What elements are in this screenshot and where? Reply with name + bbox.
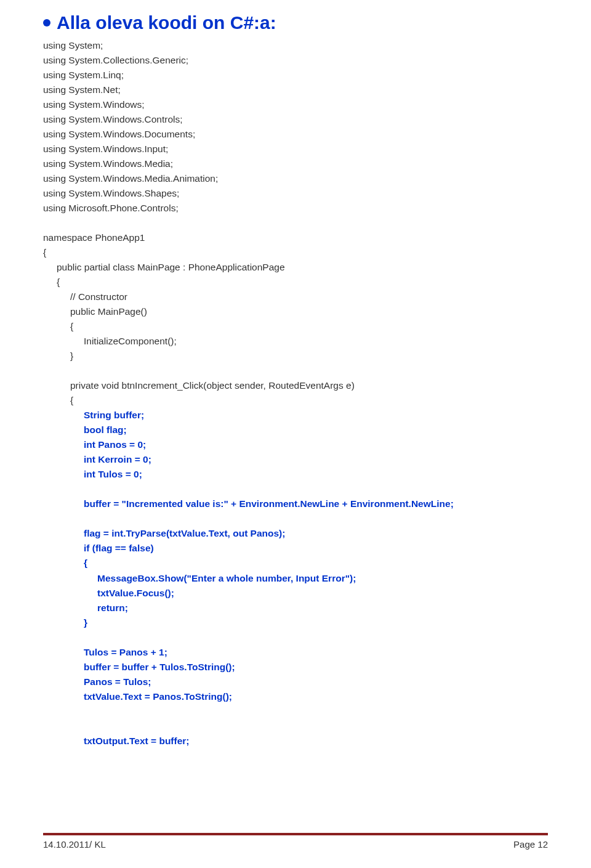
code-line: using Microsoft.Phone.Controls;: [43, 201, 548, 216]
code-line: using System.Net;: [43, 83, 548, 97]
code-line: private void btnIncrement_Click(object s…: [43, 378, 548, 393]
code-line: MessageBox.Show("Enter a whole number, I…: [43, 571, 548, 586]
bullet-icon: [43, 19, 50, 26]
code-line: using System.Windows.Media;: [43, 156, 548, 171]
code-block: using System; using System.Collections.G…: [43, 38, 548, 748]
code-line: {: [43, 319, 548, 334]
code-line: namespace PhoneApp1: [43, 230, 548, 245]
code-line: Panos = Tulos;: [43, 675, 548, 689]
code-line: using System.Windows;: [43, 97, 548, 112]
code-line: int Tulos = 0;: [43, 467, 548, 482]
code-line: using System.Windows.Controls;: [43, 112, 548, 127]
code-line: String buffer;: [43, 408, 548, 423]
code-line: {: [43, 275, 548, 290]
code-line: {: [43, 245, 548, 260]
code-line: Tulos = Panos + 1;: [43, 645, 548, 660]
footer-rule: [43, 833, 548, 835]
code-line: buffer = buffer + Tulos.ToString();: [43, 660, 548, 675]
footer-row: 14.10.2011/ KL Page 12: [43, 839, 548, 850]
footer-page: Page 12: [513, 839, 548, 850]
page-content: Alla oleva koodi on C#:a: using System; …: [0, 0, 591, 748]
code-line: using System.Collections.Generic;: [43, 53, 548, 68]
code-line: if (flag == false): [43, 541, 548, 556]
code-line: buffer = "Incremented value is:" + Envir…: [43, 497, 548, 511]
code-line: txtOutput.Text = buffer;: [43, 734, 548, 748]
code-line: public partial class MainPage : PhoneApp…: [43, 260, 548, 275]
code-line: int Panos = 0;: [43, 437, 548, 452]
code-line: using System.Windows.Documents;: [43, 127, 548, 142]
heading-row: Alla oleva koodi on C#:a:: [43, 12, 548, 33]
code-line: flag = int.TryParse(txtValue.Text, out P…: [43, 526, 548, 541]
footer-date: 14.10.2011/ KL: [43, 839, 106, 850]
code-line: return;: [43, 601, 548, 615]
code-line: txtValue.Text = Panos.ToString();: [43, 689, 548, 704]
code-line: using System.Windows.Media.Animation;: [43, 171, 548, 186]
code-line: {: [43, 393, 548, 408]
code-line: using System;: [43, 38, 548, 53]
page-footer: 14.10.2011/ KL Page 12: [43, 833, 548, 850]
code-line: }: [43, 615, 548, 630]
code-line: public MainPage(): [43, 304, 548, 319]
code-line: using System.Windows.Shapes;: [43, 186, 548, 201]
code-line: InitializeComponent();: [43, 334, 548, 349]
code-line: txtValue.Focus();: [43, 586, 548, 601]
code-line: }: [43, 349, 548, 363]
code-line: bool flag;: [43, 423, 548, 437]
code-line: // Constructor: [43, 290, 548, 304]
page-heading: Alla oleva koodi on C#:a:: [57, 12, 276, 33]
code-line: int Kerroin = 0;: [43, 452, 548, 467]
code-line: using System.Linq;: [43, 68, 548, 83]
code-line: using System.Windows.Input;: [43, 142, 548, 156]
code-line: {: [43, 556, 548, 570]
